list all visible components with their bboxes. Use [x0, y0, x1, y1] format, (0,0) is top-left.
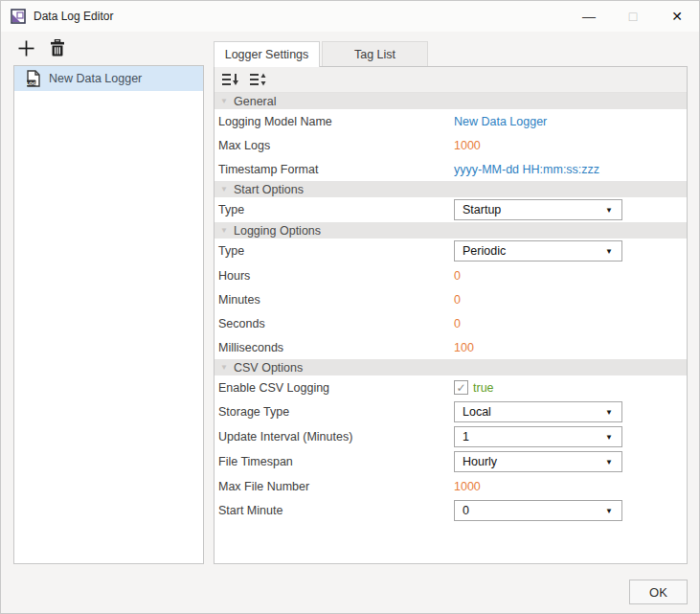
dropdown-selected-value: 0: [463, 504, 469, 517]
property-label: Max Logs: [215, 139, 454, 152]
property-label: Logging Model Name: [215, 115, 454, 128]
property-row-max-file-number: Max File Number 1000: [215, 474, 687, 498]
trash-icon: [50, 39, 65, 57]
dropdown-selected-value: Local: [463, 405, 491, 419]
check-icon: ✓: [456, 381, 465, 395]
maximize-button[interactable]: □: [611, 1, 655, 32]
logger-settings-panel: ▼ General Logging Model Name New Data Lo…: [214, 66, 688, 564]
property-label: File Timespan: [215, 455, 454, 468]
property-row-seconds: Seconds 0: [215, 311, 687, 335]
tab-logger-settings-label: Logger Settings: [225, 48, 309, 61]
property-grid-toolbar: [215, 67, 687, 93]
section-collapse-icon: ▼: [215, 181, 234, 197]
property-label: Seconds: [215, 317, 454, 330]
property-row-milliseconds: Milliseconds 100: [215, 335, 687, 359]
chevron-down-icon: ▼: [605, 408, 613, 417]
minimize-icon: —: [582, 9, 596, 24]
section-title: Logging Options: [234, 224, 321, 238]
app-logo-icon: [11, 9, 26, 24]
section-collapse-icon: ▼: [215, 222, 234, 239]
property-label: Start Minute: [215, 504, 454, 517]
property-label: Type: [215, 203, 454, 216]
ok-button[interactable]: OK: [629, 580, 688, 604]
section-title: Start Options: [234, 183, 304, 196]
tab-logger-settings[interactable]: Logger Settings: [214, 41, 320, 67]
close-button[interactable]: ✕: [655, 1, 699, 32]
dropdown-selected-value: 1: [463, 430, 469, 443]
seconds-value[interactable]: 0: [454, 317, 461, 330]
property-label: Max File Number: [215, 480, 454, 493]
property-row-minutes: Minutes 0: [215, 287, 687, 311]
property-label: Storage Type: [215, 405, 454, 419]
file-timespan-dropdown[interactable]: Hourly ▼: [454, 451, 622, 472]
property-row-start-type: Type Startup ▼: [215, 197, 687, 222]
chevron-down-icon: ▼: [605, 458, 613, 466]
section-header-csv-options[interactable]: ▼ CSV Options: [215, 359, 687, 375]
window-title: Data Log Editor: [34, 10, 113, 23]
logger-list: LOG New Data Logger: [13, 65, 204, 564]
property-label: Type: [215, 244, 454, 258]
property-row-timestamp-format: Timestamp Format yyyy-MM-dd HH:mm:ss:zzz: [215, 157, 687, 181]
enable-csv-logging-value: true: [473, 381, 494, 395]
max-file-number-value[interactable]: 1000: [454, 480, 481, 493]
expand-all-icon: [250, 73, 267, 86]
property-row-storage-type: Storage Type Local ▼: [215, 399, 687, 424]
collapse-all-button[interactable]: [221, 71, 240, 88]
dropdown-selected-value: Hourly: [463, 455, 497, 468]
property-label: Hours: [215, 269, 454, 283]
timestamp-format-value[interactable]: yyyy-MM-dd HH:mm:ss:zzz: [454, 163, 599, 176]
milliseconds-value[interactable]: 100: [454, 341, 474, 354]
add-logger-button[interactable]: [16, 37, 35, 58]
dropdown-selected-value: Periodic: [463, 244, 506, 258]
ok-button-label: OK: [649, 585, 667, 600]
logger-list-item[interactable]: LOG New Data Logger: [14, 66, 203, 91]
property-label: Update Interval (Minutes): [215, 430, 454, 443]
chevron-down-icon: ▼: [605, 433, 613, 442]
property-row-max-logs: Max Logs 1000: [215, 133, 687, 157]
property-row-logging-model-name: Logging Model Name New Data Logger: [215, 109, 687, 133]
chevron-down-icon: ▼: [605, 507, 613, 515]
editor-tabs: Logger Settings Tag List: [214, 41, 428, 67]
property-label: Timestamp Format: [215, 163, 454, 176]
section-header-start-options[interactable]: ▼ Start Options: [215, 181, 687, 197]
plus-icon: [17, 39, 35, 57]
hours-value[interactable]: 0: [454, 269, 461, 283]
logging-type-dropdown[interactable]: Periodic ▼: [454, 240, 622, 262]
tab-tag-list[interactable]: Tag List: [322, 41, 428, 66]
close-icon: ✕: [671, 9, 683, 24]
chevron-down-icon: ▼: [605, 247, 613, 256]
property-row-hours: Hours 0: [215, 263, 687, 287]
property-row-logging-type: Type Periodic ▼: [215, 239, 687, 263]
maximize-icon: □: [629, 9, 637, 24]
start-minute-dropdown[interactable]: 0 ▼: [454, 500, 622, 521]
section-header-general[interactable]: ▼ General: [215, 93, 687, 109]
start-type-dropdown[interactable]: Startup ▼: [454, 199, 622, 220]
section-title: CSV Options: [234, 361, 303, 375]
tab-tag-list-label: Tag List: [354, 48, 395, 61]
log-file-icon: LOG: [26, 70, 40, 87]
property-row-file-timespan: File Timespan Hourly ▼: [215, 449, 687, 474]
section-collapse-icon: ▼: [215, 359, 234, 375]
minutes-value[interactable]: 0: [454, 293, 461, 307]
storage-type-dropdown[interactable]: Local ▼: [454, 401, 622, 422]
logger-list-item-label: New Data Logger: [49, 72, 142, 85]
property-label: Minutes: [215, 293, 454, 307]
delete-logger-button[interactable]: [48, 37, 67, 58]
section-title: General: [234, 95, 276, 108]
svg-text:LOG: LOG: [27, 81, 37, 86]
enable-csv-logging-checkbox[interactable]: ✓: [454, 380, 468, 395]
section-header-logging-options[interactable]: ▼ Logging Options: [215, 222, 687, 239]
window-controls: — □ ✕: [567, 1, 699, 32]
titlebar: Data Log Editor — □ ✕: [1, 1, 699, 32]
update-interval-dropdown[interactable]: 1 ▼: [454, 426, 622, 447]
minimize-button[interactable]: —: [567, 1, 611, 32]
collapse-all-icon: [222, 73, 239, 86]
property-row-enable-csv-logging: Enable CSV Logging ✓ true: [215, 375, 687, 399]
chevron-down-icon: ▼: [605, 206, 613, 215]
max-logs-value[interactable]: 1000: [454, 139, 481, 152]
dropdown-selected-value: Startup: [463, 203, 501, 216]
expand-all-button[interactable]: [249, 71, 268, 88]
logger-list-toolbar: [16, 37, 67, 58]
property-label: Enable CSV Logging: [215, 381, 454, 395]
logging-model-name-value[interactable]: New Data Logger: [454, 115, 547, 128]
